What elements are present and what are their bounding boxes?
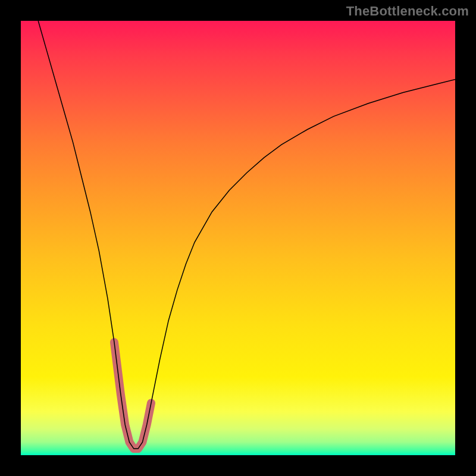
minimum-highlight-path [114,342,151,449]
plot-area [21,21,455,455]
bottleneck-curve-path [38,21,455,449]
chart-frame: TheBottleneck.com [0,0,476,476]
watermark-text: TheBottleneck.com [346,4,469,19]
curve-svg [21,21,455,455]
